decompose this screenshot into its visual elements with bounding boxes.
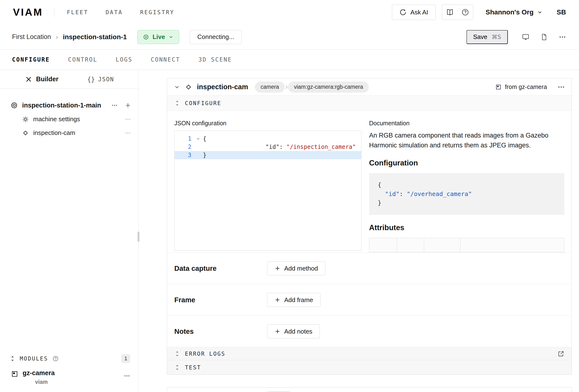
- collapse-icon: [174, 351, 180, 357]
- frame-section: Frame Add frame: [167, 284, 572, 315]
- docs-configuration-heading: Configuration: [369, 159, 564, 167]
- machine-tabs: CONFIGURE CONTROL LOGS CONNECT 3D SCENE: [0, 50, 579, 70]
- nav-registry[interactable]: REGISTRY: [140, 9, 175, 15]
- docs-title: Documentation: [369, 120, 564, 127]
- docs-attributes-heading: Attributes: [369, 224, 564, 232]
- live-target-icon: [143, 34, 149, 40]
- tree-item-inspection-cam[interactable]: inspection-cam: [0, 126, 138, 140]
- tab-3d-scene[interactable]: 3D SCENE: [198, 56, 232, 63]
- line-number: 2: [175, 144, 193, 150]
- add-method-label: Add method: [284, 265, 318, 272]
- help-button[interactable]: [458, 5, 473, 20]
- attributes-table-cell: [369, 238, 397, 252]
- avatar[interactable]: SB: [557, 8, 566, 16]
- external-link-icon[interactable]: [558, 350, 564, 357]
- tab-control[interactable]: CONTROL: [68, 56, 97, 63]
- tab-connect[interactable]: CONNECT: [151, 56, 180, 63]
- question-circle-icon[interactable]: [52, 355, 59, 362]
- machine-target-icon: [10, 102, 18, 109]
- tree-item-machine-settings[interactable]: machine settings: [0, 112, 138, 126]
- nav-data[interactable]: DATA: [106, 9, 123, 15]
- json-config-title: JSON configuration: [174, 120, 362, 127]
- component-card-header: inspection-cam camera viam:gz-camera:rgb…: [167, 78, 572, 96]
- attributes-table: [369, 238, 564, 252]
- main-panel: inspection-cam camera viam:gz-camera:rgb…: [139, 70, 579, 392]
- code-value: "/overhead_camera": [407, 190, 472, 197]
- error-logs-toggle[interactable]: ERROR LOGS: [167, 347, 572, 360]
- org-switcher[interactable]: Shannon's Org: [486, 8, 543, 16]
- connecting-button[interactable]: Connecting...: [190, 30, 241, 44]
- json-value: "/inspection_camera": [286, 144, 356, 150]
- module-item-gz-camera[interactable]: gz-camera viam: [0, 366, 138, 392]
- add-notes-label: Add notes: [284, 328, 312, 335]
- more-menu-icon[interactable]: [125, 116, 131, 122]
- fold-chevron-icon[interactable]: [193, 136, 203, 141]
- more-menu-icon[interactable]: [125, 130, 131, 136]
- component-tree: inspection-station-1-main: [0, 89, 138, 140]
- tree-item-label: inspection-cam: [33, 129, 75, 137]
- config-sidebar: Builder {} JSON inspection-station-1-mai…: [0, 70, 139, 392]
- module-tag: module: [264, 391, 293, 392]
- more-menu-icon[interactable]: [111, 102, 118, 108]
- plus-icon: [275, 265, 280, 271]
- add-frame-button[interactable]: Add frame: [267, 293, 320, 307]
- component-name: inspection-cam: [197, 83, 248, 91]
- module-card-gz-camera: gz-camera by viam module Registry: [167, 387, 572, 392]
- viam-logo[interactable]: VIAM: [13, 6, 43, 18]
- json-editor[interactable]: 1 { 2 "id": "/ins: [174, 131, 362, 251]
- tree-item-label: machine settings: [33, 115, 80, 123]
- nav-fleet[interactable]: FLEET: [67, 9, 88, 15]
- module-card-header: gz-camera by viam module Registry: [167, 388, 572, 392]
- line-number: 3: [175, 152, 193, 158]
- breadcrumb-location[interactable]: First Location: [12, 33, 51, 41]
- tab-configure[interactable]: CONFIGURE: [12, 56, 50, 63]
- machine-bar: First Location › inspection-station-1 Li…: [0, 24, 579, 50]
- attributes-table-cell: [424, 238, 460, 252]
- book-icon: [446, 8, 454, 16]
- mode-toggle-row: Builder {} JSON: [0, 70, 138, 89]
- tools-icon: [25, 76, 32, 83]
- configure-section-toggle[interactable]: CONFIGURE: [167, 96, 572, 111]
- save-button[interactable]: Save ⌘S: [466, 30, 508, 44]
- module-icon: [495, 84, 502, 90]
- more-menu-icon[interactable]: [558, 83, 565, 91]
- ask-ai-button[interactable]: Ask AI: [392, 4, 436, 20]
- mode-builder-toggle[interactable]: Builder: [25, 76, 59, 83]
- docs-code-block: { "id": "/overhead_camera" }: [369, 173, 564, 215]
- data-capture-section: Data capture Add method: [167, 252, 572, 284]
- modules-section-header[interactable]: MODULES 1: [0, 352, 138, 366]
- more-menu-icon[interactable]: [559, 33, 566, 41]
- component-model-tag: viam:gz-camera:rgb-camera: [288, 81, 369, 93]
- notes-section: Notes Add notes: [167, 315, 572, 347]
- test-toggle[interactable]: TEST: [167, 360, 572, 375]
- more-menu-icon[interactable]: [124, 373, 130, 379]
- ask-ai-label: Ask AI: [410, 9, 428, 16]
- error-logs-label: ERROR LOGS: [185, 351, 225, 357]
- org-name: Shannon's Org: [486, 8, 534, 16]
- from-module-link[interactable]: from gz-camera: [495, 83, 547, 90]
- json-label: JSON: [98, 76, 114, 83]
- notes-title: Notes: [174, 327, 267, 335]
- divider: [54, 7, 54, 17]
- code-brace: {: [378, 181, 381, 188]
- configure-section-label: CONFIGURE: [185, 100, 221, 106]
- document-icon[interactable]: [541, 33, 548, 41]
- chevron-down-icon[interactable]: [174, 84, 180, 90]
- editor-line: 2 "id": "/inspection_camera": [175, 143, 361, 151]
- add-notes-button[interactable]: Add notes: [267, 324, 320, 338]
- component-card-inspection-cam: inspection-cam camera viam:gz-camera:rgb…: [167, 78, 572, 375]
- tree-root-machine[interactable]: inspection-station-1-main: [0, 98, 138, 112]
- tab-logs[interactable]: LOGS: [116, 56, 133, 63]
- monitor-icon[interactable]: [522, 33, 529, 41]
- chevron-down-icon: [537, 9, 543, 15]
- add-method-button[interactable]: Add method: [267, 261, 325, 275]
- add-component-icon[interactable]: [125, 102, 131, 108]
- chevron-down-icon: [168, 34, 174, 40]
- documentation-panel: Documentation An RGB camera component th…: [369, 117, 564, 252]
- docs-book-button[interactable]: [442, 5, 458, 20]
- mode-json-toggle[interactable]: {} JSON: [87, 76, 114, 83]
- live-status-badge[interactable]: Live: [137, 30, 179, 44]
- modules-label: MODULES: [20, 355, 48, 362]
- sidebar-resize-handle[interactable]: [138, 232, 140, 242]
- ai-sparkle-icon: [399, 9, 407, 16]
